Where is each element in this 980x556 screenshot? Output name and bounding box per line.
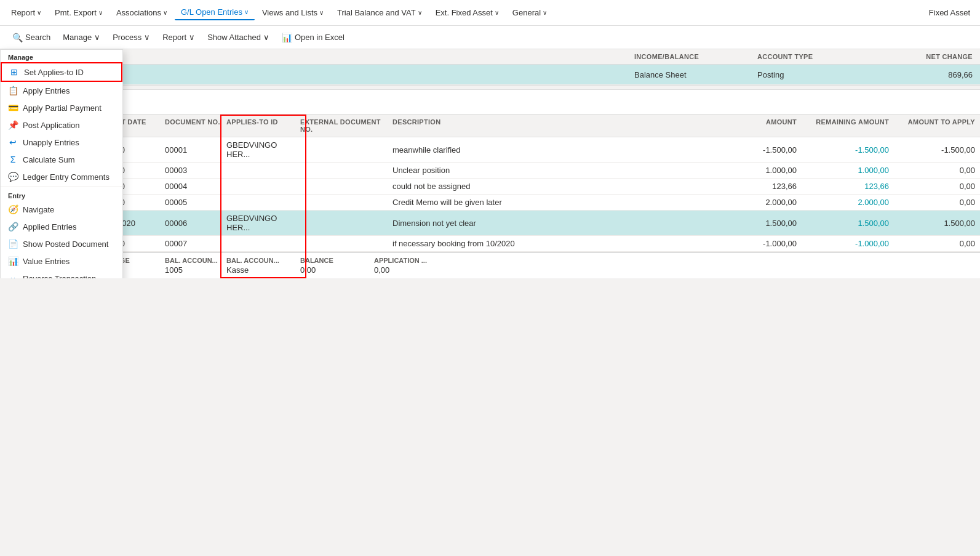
- table-row[interactable]: 22.09.2020 22.09.2020 00003 Unclear posi…: [0, 163, 980, 179]
- apply-entries-icon: 📋: [8, 86, 18, 95]
- nav-general[interactable]: General ∨: [506, 6, 553, 20]
- show-posted-doc-icon: 📄: [8, 239, 18, 249]
- table-row[interactable]: 23.09.2020 ⋮ 23.09.2020 00006 GBEDV\INGO…: [0, 211, 980, 236]
- section-divider: [0, 85, 980, 90]
- menu-item-value-entries[interactable]: 📊 Value Entries: [1, 252, 122, 270]
- table-row[interactable]: 22.09.2020 22.09.2020 00004 could not be…: [0, 179, 980, 195]
- entries-bar: Entries ∨: [0, 90, 980, 115]
- menu-divider: [1, 187, 122, 187]
- search-button[interactable]: 🔍 Search: [7, 30, 55, 45]
- table-row[interactable]: 24.09.2020 24.09.2020 00007 if necessary…: [0, 236, 980, 252]
- value-entries-icon: 📊: [8, 256, 18, 266]
- table-row[interactable]: 23.09.2020 23.09.2020 00005 Credit Memo …: [0, 195, 980, 211]
- top-navigation: Report ∨ Pmt. Export ∨ Associations ∨ G/…: [0, 0, 980, 26]
- upper-table-header: NAME INCOME/BALANCE ACCOUNT TYPE NET CHA…: [0, 49, 980, 65]
- show-attached-button[interactable]: Show Attached ∨: [202, 30, 274, 44]
- fixed-asset-label: Fixed Asset: [929, 8, 975, 17]
- calculate-sum-icon: Σ: [8, 155, 18, 164]
- nav-views-lists[interactable]: Views and Lists ∨: [256, 6, 330, 20]
- lower-table-header: POSTING DATE DOCUMENT DATE DOCUMENT NO. …: [0, 115, 980, 137]
- navigate-icon: 🧭: [8, 204, 18, 214]
- upper-table-row[interactable]: ⋮ Durchlaufende Posten Balance Sheet Pos…: [0, 65, 980, 85]
- reverse-transaction-icon: ↔: [8, 273, 18, 278]
- nav-gl-open-entries[interactable]: G/L Open Entries ∨: [175, 5, 255, 20]
- nav-associations[interactable]: Associations ∨: [110, 6, 173, 20]
- nav-pmt-export[interactable]: Pmt. Export ∨: [49, 6, 109, 20]
- nav-ext-fixed-asset[interactable]: Ext. Fixed Asset ∨: [429, 6, 505, 20]
- context-dropdown-menu: Manage ⊞ Set Applies-to ID 📋 Apply Entri…: [0, 49, 123, 278]
- footer-row: BALANCE 869,66 NET CHANGE 869,66 BAL. AC…: [0, 252, 980, 278]
- open-in-excel-button[interactable]: 📊 Open in Excel: [277, 30, 349, 45]
- menu-item-post-application[interactable]: 📌 Post Application: [1, 116, 122, 134]
- menu-item-navigate[interactable]: 🧭 Navigate: [1, 201, 122, 218]
- unapply-entries-icon: ↩: [8, 137, 18, 147]
- upper-table: NAME INCOME/BALANCE ACCOUNT TYPE NET CHA…: [0, 49, 980, 85]
- menu-section-manage: Manage: [1, 50, 122, 62]
- lower-table: POSTING DATE DOCUMENT DATE DOCUMENT NO. …: [0, 115, 980, 278]
- table-row[interactable]: 22.09.2020 22.09.2020 00001 GBEDV\INGO H…: [0, 137, 980, 163]
- menu-section-entry: Entry: [1, 188, 122, 201]
- menu-item-calculate-sum[interactable]: Σ Calculate Sum: [1, 151, 122, 168]
- manage-button[interactable]: Manage ∨: [58, 30, 105, 44]
- menu-item-apply-entries[interactable]: 📋 Apply Entries: [1, 82, 122, 99]
- partial-payment-icon: 💳: [8, 103, 18, 113]
- set-applies-icon: ⊞: [9, 67, 19, 77]
- menu-item-ledger-entry-comments[interactable]: 💬 Ledger Entry Comments: [1, 168, 122, 185]
- action-bar: 🔍 Search Manage ∨ Process ∨ Report ∨ Sho…: [0, 26, 980, 49]
- search-icon: 🔍: [12, 33, 23, 42]
- menu-item-apply-partial-payment[interactable]: 💳 Apply Partial Payment: [1, 99, 122, 116]
- applied-entries-icon: 🔗: [8, 222, 18, 232]
- menu-item-reverse-transaction[interactable]: ↔ Reverse Transaction...: [1, 270, 122, 278]
- menu-item-set-applies-to-id[interactable]: ⊞ Set Applies-to ID: [1, 62, 122, 82]
- report-button[interactable]: Report ∨: [157, 30, 200, 44]
- menu-item-unapply-entries[interactable]: ↩ Unapply Entries: [1, 134, 122, 151]
- excel-icon: 📊: [282, 33, 292, 42]
- nav-report[interactable]: Report ∨: [5, 6, 47, 20]
- menu-item-show-posted-document[interactable]: 📄 Show Posted Document: [1, 235, 122, 252]
- post-application-icon: 📌: [8, 120, 18, 130]
- menu-item-applied-entries[interactable]: 🔗 Applied Entries: [1, 218, 122, 235]
- ledger-comments-icon: 💬: [8, 172, 18, 182]
- nav-trial-balance[interactable]: Trial Balance and VAT ∨: [331, 6, 428, 20]
- process-button[interactable]: Process ∨: [108, 30, 155, 44]
